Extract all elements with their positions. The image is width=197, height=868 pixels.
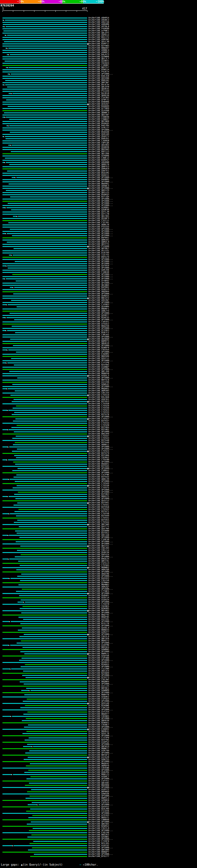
alignment-bar[interactable] bbox=[7, 233, 87, 234]
alignment-bar[interactable] bbox=[2, 291, 87, 292]
alignment-bar[interactable] bbox=[11, 209, 87, 210]
alignment-bar[interactable] bbox=[2, 127, 87, 128]
alignment-bar[interactable] bbox=[13, 505, 87, 505]
alignment-bar[interactable] bbox=[5, 158, 87, 159]
alignment-bar[interactable] bbox=[2, 240, 87, 241]
alignment-bar[interactable] bbox=[2, 632, 87, 633]
alignment-bar[interactable] bbox=[10, 513, 87, 514]
alignment-bar[interactable] bbox=[30, 843, 87, 844]
alignment-bar[interactable] bbox=[27, 824, 87, 825]
alignment-bar[interactable] bbox=[2, 134, 87, 135]
alignment-bar[interactable] bbox=[7, 170, 87, 172]
alignment-bar[interactable] bbox=[13, 293, 87, 294]
alignment-bar[interactable] bbox=[12, 716, 87, 717]
alignment-bar[interactable] bbox=[2, 539, 87, 540]
alignment-bar[interactable] bbox=[2, 367, 87, 368]
alignment-bar[interactable] bbox=[9, 125, 87, 126]
alignment-bar[interactable] bbox=[9, 67, 87, 68]
alignment-bar[interactable] bbox=[2, 729, 87, 730]
alignment-bar[interactable] bbox=[2, 638, 87, 639]
alignment-bar[interactable] bbox=[8, 268, 87, 269]
alignment-bar[interactable] bbox=[11, 669, 87, 670]
alignment-bar[interactable] bbox=[2, 369, 87, 370]
alignment-bar[interactable] bbox=[16, 405, 87, 406]
alignment-bar[interactable] bbox=[23, 619, 87, 620]
alignment-bar[interactable] bbox=[12, 488, 87, 488]
alignment-bar[interactable] bbox=[11, 73, 87, 74]
alignment-bar[interactable] bbox=[2, 39, 87, 40]
alignment-bar[interactable] bbox=[2, 173, 87, 174]
alignment-bar[interactable] bbox=[19, 526, 87, 527]
alignment-bar[interactable] bbox=[9, 559, 87, 559]
alignment-bar[interactable] bbox=[27, 712, 87, 713]
alignment-bar[interactable] bbox=[11, 151, 87, 152]
alignment-bar[interactable] bbox=[2, 416, 87, 417]
alignment-bar[interactable] bbox=[28, 817, 87, 818]
alignment-bar[interactable] bbox=[16, 541, 87, 542]
alignment-bar[interactable] bbox=[19, 617, 87, 618]
alignment-bar[interactable] bbox=[2, 238, 87, 238]
alignment-bar[interactable] bbox=[2, 33, 87, 34]
alignment-bar[interactable] bbox=[2, 121, 87, 122]
alignment-bar[interactable] bbox=[2, 748, 87, 749]
alignment-bar[interactable] bbox=[16, 474, 87, 475]
alignment-bar[interactable] bbox=[24, 684, 87, 684]
alignment-bar[interactable] bbox=[2, 311, 87, 312]
alignment-bar[interactable] bbox=[20, 608, 87, 609]
alignment-bar[interactable] bbox=[2, 571, 87, 572]
alignment-bar[interactable] bbox=[18, 561, 87, 562]
alignment-bar[interactable] bbox=[2, 143, 87, 144]
alignment-bar[interactable] bbox=[2, 198, 87, 199]
alignment-bar[interactable] bbox=[7, 242, 87, 243]
alignment-bar[interactable] bbox=[2, 283, 87, 284]
alignment-bar[interactable] bbox=[16, 352, 87, 352]
alignment-bar[interactable] bbox=[12, 470, 87, 471]
alignment-bar[interactable] bbox=[23, 733, 87, 734]
alignment-bar[interactable] bbox=[5, 20, 87, 21]
alignment-bar[interactable] bbox=[2, 227, 87, 227]
alignment-bar[interactable] bbox=[2, 18, 87, 19]
alignment-bar[interactable] bbox=[27, 837, 87, 838]
alignment-bar[interactable] bbox=[2, 669, 10, 670]
alignment-bar[interactable] bbox=[2, 587, 87, 588]
alignment-bar[interactable] bbox=[20, 651, 87, 652]
alignment-bar[interactable] bbox=[17, 425, 87, 426]
alignment-bar[interactable] bbox=[3, 24, 87, 25]
alignment-bar[interactable] bbox=[2, 373, 87, 374]
alignment-bar[interactable] bbox=[8, 48, 87, 49]
alignment-bar[interactable] bbox=[7, 87, 87, 88]
alignment-bar[interactable] bbox=[2, 429, 7, 430]
alignment-bar[interactable] bbox=[2, 423, 87, 424]
alignment-bar[interactable] bbox=[9, 313, 87, 314]
alignment-bar[interactable] bbox=[31, 822, 87, 823]
alignment-bar[interactable] bbox=[20, 546, 87, 547]
alignment-bar[interactable] bbox=[2, 800, 87, 801]
alignment-bar[interactable] bbox=[2, 794, 87, 795]
alignment-bar[interactable] bbox=[2, 548, 87, 549]
alignment-bar[interactable] bbox=[16, 280, 87, 281]
alignment-bar[interactable] bbox=[23, 647, 87, 648]
alignment-bar[interactable] bbox=[2, 806, 87, 807]
alignment-bar[interactable] bbox=[14, 511, 87, 512]
alignment-bar[interactable] bbox=[12, 274, 87, 275]
alignment-bar[interactable] bbox=[2, 410, 7, 411]
alignment-bar[interactable] bbox=[2, 621, 9, 622]
alignment-bar[interactable] bbox=[15, 391, 87, 391]
alignment-bar[interactable] bbox=[2, 328, 87, 329]
alignment-bar[interactable] bbox=[2, 214, 87, 215]
alignment-bar[interactable] bbox=[10, 229, 87, 230]
alignment-bar[interactable] bbox=[2, 37, 87, 38]
alignment-bar[interactable] bbox=[25, 664, 87, 665]
alignment-bar[interactable] bbox=[2, 147, 87, 148]
alignment-bar[interactable] bbox=[2, 76, 87, 77]
alignment-bar[interactable] bbox=[12, 414, 87, 415]
alignment-bar[interactable] bbox=[2, 347, 87, 348]
alignment-bar[interactable] bbox=[2, 212, 87, 213]
alignment-bar[interactable] bbox=[17, 306, 87, 307]
alignment-bar[interactable] bbox=[9, 184, 87, 184]
alignment-bar[interactable] bbox=[4, 41, 87, 42]
alignment-bar[interactable] bbox=[2, 446, 8, 447]
alignment-bar[interactable] bbox=[2, 567, 87, 568]
alignment-bar[interactable] bbox=[18, 602, 23, 602]
alignment-bar[interactable] bbox=[10, 196, 87, 197]
